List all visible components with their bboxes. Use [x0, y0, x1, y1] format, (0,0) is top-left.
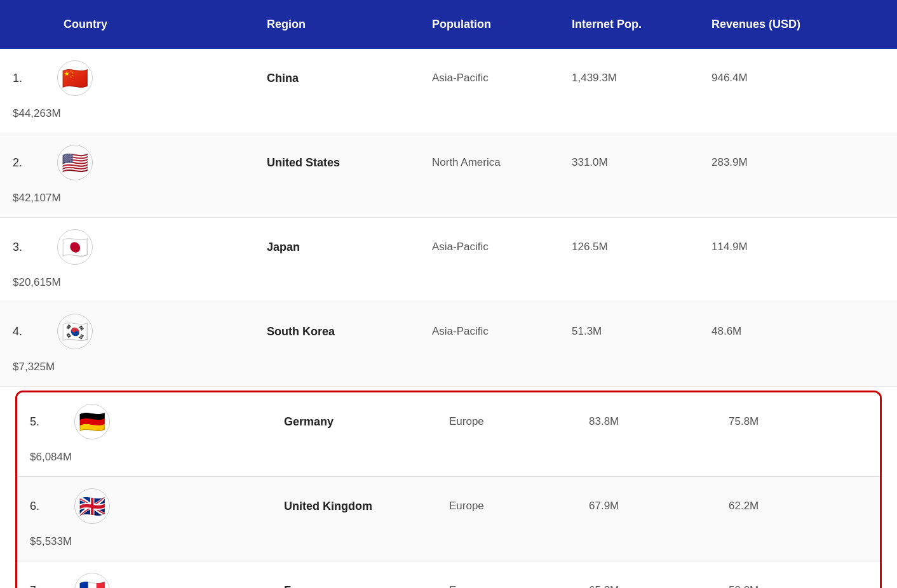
flag-germany-icon: 🇩🇪 [74, 404, 110, 439]
rank-5: 5. [17, 409, 68, 435]
flag-4: 🇰🇷 [51, 309, 254, 354]
group-europe-1: 5. 🇩🇪 Germany Europe 83.8M 75.8M $6,084M… [15, 391, 882, 588]
table-row: 1. 🇨🇳 China Asia-Pacific 1,439.3M 946.4M… [0, 49, 897, 133]
rev-3: $20,615M [0, 270, 51, 295]
flag-japan-icon: 🇯🇵 [57, 229, 93, 265]
rank-6: 6. [17, 493, 68, 519]
header-rank [0, 18, 51, 31]
country-6: United Kingdom [271, 493, 436, 519]
rev-6: $5,533M [17, 529, 68, 554]
country-3: Japan [254, 234, 419, 260]
region-1: Asia-Pacific [419, 65, 559, 91]
rank-1: 1. [0, 65, 51, 91]
table-row: 7. 🇫🇷 France Europe 65.3M 58.8M $4,351M [17, 561, 880, 588]
region-6: Europe [436, 493, 576, 519]
flag-france-icon: 🇫🇷 [74, 573, 110, 588]
pop-6: 67.9M [576, 493, 716, 519]
region-5: Europe [436, 409, 576, 434]
header-revenue: Revenues (USD) [699, 11, 839, 37]
table-row: 2. 🇺🇸 United States North America 331.0M… [0, 133, 897, 218]
pop-4: 51.3M [559, 319, 699, 344]
rows-ungrouped-top: 1. 🇨🇳 China Asia-Pacific 1,439.3M 946.4M… [0, 49, 897, 387]
region-2: North America [419, 150, 559, 175]
rev-5: $6,084M [17, 444, 68, 470]
header-population: Population [419, 11, 559, 37]
table-row: 6. 🇬🇧 United Kingdom Europe 67.9M 62.2M … [17, 477, 880, 561]
rev-4: $7,325M [0, 354, 51, 380]
pop-7: 65.3M [576, 578, 716, 588]
country-2: United States [254, 150, 419, 176]
inet-2: 283.9M [699, 150, 839, 175]
rank-4: 4. [0, 319, 51, 345]
pop-2: 331.0M [559, 150, 699, 175]
flag-3: 🇯🇵 [51, 224, 254, 270]
rank-2: 2. [0, 150, 51, 176]
flag-southkorea-icon: 🇰🇷 [57, 314, 93, 349]
table-row: 5. 🇩🇪 Germany Europe 83.8M 75.8M $6,084M [17, 392, 880, 477]
region-4: Asia-Pacific [419, 319, 559, 344]
rank-3: 3. [0, 234, 51, 260]
pop-3: 126.5M [559, 234, 699, 260]
pop-5: 83.8M [576, 409, 716, 434]
country-5: Germany [271, 409, 436, 435]
rank-7: 7. [17, 578, 68, 589]
flag-7: 🇫🇷 [68, 568, 271, 588]
flag-5: 🇩🇪 [68, 399, 271, 444]
rev-2: $42,107M [0, 185, 51, 211]
table-row: 4. 🇰🇷 South Korea Asia-Pacific 51.3M 48.… [0, 302, 897, 387]
inet-7: 58.8M [716, 578, 856, 588]
inet-1: 946.4M [699, 65, 839, 91]
flag-6: 🇬🇧 [68, 483, 271, 529]
flag-us-icon: 🇺🇸 [57, 145, 93, 180]
header-country: Country [51, 11, 254, 37]
pop-1: 1,439.3M [559, 65, 699, 91]
table-row: 3. 🇯🇵 Japan Asia-Pacific 126.5M 114.9M $… [0, 218, 897, 302]
rev-1: $44,263M [0, 101, 51, 126]
inet-3: 114.9M [699, 234, 839, 260]
inet-5: 75.8M [716, 409, 856, 434]
header-internet-pop: Internet Pop. [559, 11, 699, 37]
region-3: Asia-Pacific [419, 234, 559, 260]
inet-4: 48.6M [699, 319, 839, 344]
table-header: Country Region Population Internet Pop. … [0, 0, 897, 49]
flag-uk-icon: 🇬🇧 [74, 488, 110, 524]
inet-6: 62.2M [716, 493, 856, 519]
country-1: China [254, 65, 419, 91]
region-7: Europe [436, 578, 576, 588]
main-table: Country Region Population Internet Pop. … [0, 0, 897, 588]
header-region: Region [254, 11, 419, 37]
flag-china-icon: 🇨🇳 [57, 60, 93, 96]
flag-2: 🇺🇸 [51, 140, 254, 185]
country-7: France [271, 578, 436, 589]
flag-1: 🇨🇳 [51, 55, 254, 101]
country-4: South Korea [254, 319, 419, 345]
